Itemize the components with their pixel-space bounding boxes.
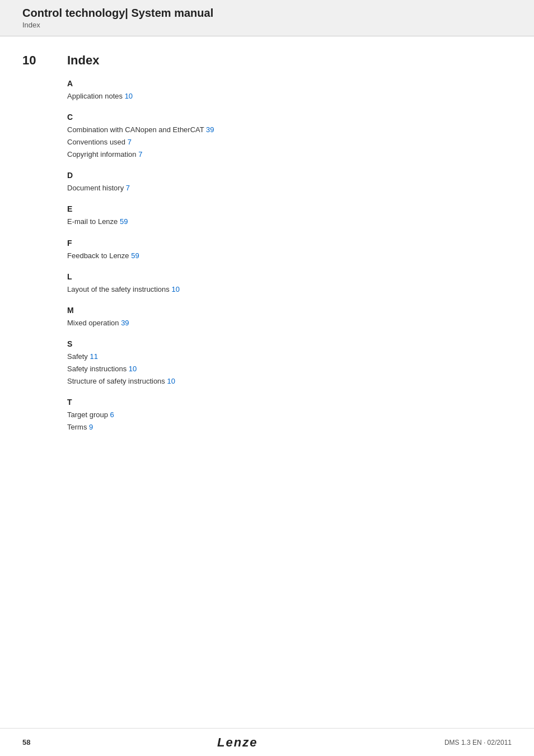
index-item-text: Structure of safety instructions <box>67 377 167 385</box>
index-item-text: Document history <box>67 184 126 192</box>
index-item-page-link[interactable]: 59 <box>131 251 139 260</box>
index-letter-s: S <box>67 339 512 348</box>
index-item: Application notes 10 <box>67 90 512 102</box>
index-item: Combination with CANopen and EtherCAT 39 <box>67 124 512 136</box>
index-item-text: Safety instructions <box>67 365 129 373</box>
index-letter-c: C <box>67 113 512 122</box>
index-letter-f: F <box>67 239 512 248</box>
index-item-text: Copyright information <box>67 150 138 158</box>
index-letter-t: T <box>67 398 512 407</box>
footer-version: DMS 1.3 EN · 02/2011 <box>444 739 512 746</box>
index-item: Copyright information 7 <box>67 148 512 161</box>
main-content: 10 Index AApplication notes 10CCombinati… <box>0 36 534 467</box>
index-item: Target group 6 <box>67 409 512 421</box>
index-item-page-link[interactable]: 10 <box>167 377 175 385</box>
header-title: Control technology| System manual <box>22 7 512 20</box>
index-item-text: Safety <box>67 352 90 361</box>
header-subtitle: Index <box>22 21 512 29</box>
footer-page-number: 58 <box>22 738 30 746</box>
index-item-text: Application notes <box>67 92 125 100</box>
index-letter-d: D <box>67 171 512 180</box>
index-item-page-link[interactable]: 10 <box>171 285 179 293</box>
index-item: Safety 11 <box>67 351 512 363</box>
index-item-text: Layout of the safety instructions <box>67 285 171 293</box>
index-item-page-link[interactable]: 10 <box>125 92 133 100</box>
index-item-text: Terms <box>67 423 89 431</box>
index-item-page-link[interactable]: 6 <box>110 410 114 419</box>
index-letter-l: L <box>67 272 512 281</box>
index-item-text: Feedback to Lenze <box>67 251 131 260</box>
index-item: Structure of safety instructions 10 <box>67 375 512 388</box>
index-item-page-link[interactable]: 7 <box>138 150 142 158</box>
index-item: Layout of the safety instructions 10 <box>67 283 512 296</box>
index-item: Mixed operation 39 <box>67 317 512 329</box>
index-content: AApplication notes 10CCombination with C… <box>67 79 512 433</box>
section-header: 10 Index <box>22 53 512 68</box>
index-item: Conventions used 7 <box>67 136 512 148</box>
index-item-text: Combination with CANopen and EtherCAT <box>67 125 206 134</box>
index-letter-a: A <box>67 79 512 88</box>
index-item-text: Target group <box>67 410 110 419</box>
index-item-page-link[interactable]: 10 <box>129 365 137 373</box>
section-number: 10 <box>22 53 50 68</box>
index-item-text: Conventions used <box>67 138 128 146</box>
index-item: Feedback to Lenze 59 <box>67 250 512 262</box>
index-item-page-link[interactable]: 7 <box>128 138 132 146</box>
index-item-page-link[interactable]: 39 <box>206 125 214 134</box>
footer-logo: Lenze <box>217 735 257 750</box>
page-footer: 58 Lenze DMS 1.3 EN · 02/2011 <box>0 728 534 756</box>
page-header: Control technology| System manual Index <box>0 0 534 36</box>
index-item: Safety instructions 10 <box>67 363 512 375</box>
index-letter-m: M <box>67 306 512 315</box>
index-item: Terms 9 <box>67 421 512 433</box>
index-item-page-link[interactable]: 7 <box>126 184 130 192</box>
index-item-text: Mixed operation <box>67 319 121 327</box>
index-item-page-link[interactable]: 59 <box>120 217 128 226</box>
index-item-page-link[interactable]: 9 <box>89 423 93 431</box>
index-item-page-link[interactable]: 39 <box>121 319 129 327</box>
index-letter-e: E <box>67 204 512 213</box>
index-item: Document history 7 <box>67 182 512 194</box>
index-item: E-mail to Lenze 59 <box>67 216 512 228</box>
index-item-text: E-mail to Lenze <box>67 217 120 226</box>
index-item-page-link[interactable]: 11 <box>90 352 97 361</box>
section-title: Index <box>67 53 99 68</box>
